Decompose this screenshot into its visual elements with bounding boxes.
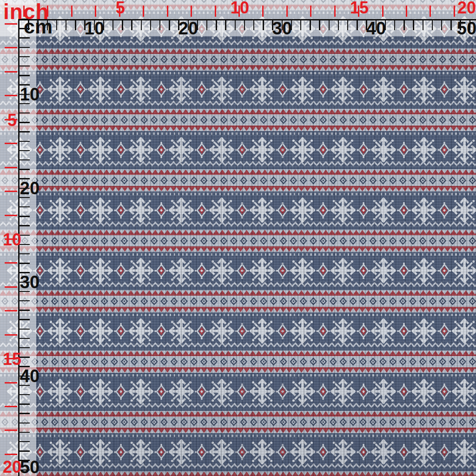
ruler-number: 20 (178, 20, 198, 37)
ruler-number: 15 (350, 0, 369, 16)
ruler-number: 10 (85, 20, 104, 37)
ruler-number: 5 (7, 112, 17, 129)
ruler-labels: inch cm 10203040505101520102030405051015… (0, 0, 476, 476)
ruler-number: 50 (20, 458, 40, 476)
ruler-number: 20 (3, 459, 21, 476)
ruler-number: 5 (116, 0, 125, 16)
ruler-number: 20 (457, 0, 476, 16)
ruler-number: 30 (272, 20, 292, 37)
ruler-number: 50 (457, 20, 476, 37)
ruler-number: 40 (20, 367, 40, 385)
ruler-number: 15 (3, 351, 21, 368)
ruler-number: 40 (366, 20, 386, 37)
ruler-number: 10 (20, 86, 40, 103)
fabric-swatch-listing-image: inch cm 10203040505101520102030405051015… (0, 0, 476, 476)
ruler-number: 20 (20, 179, 40, 197)
ruler-number: 30 (20, 273, 40, 291)
ruler-number: 10 (3, 231, 21, 248)
ruler-number: 10 (231, 0, 249, 16)
cm-unit-label: cm (24, 17, 53, 37)
